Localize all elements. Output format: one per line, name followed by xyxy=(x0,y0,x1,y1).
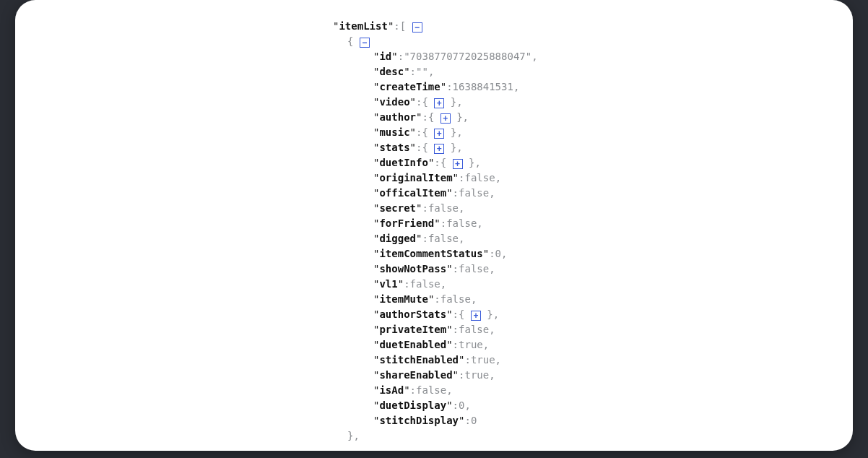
value-originalItem: false xyxy=(464,172,495,183)
value-stitchEnabled: true xyxy=(471,354,495,366)
value-shareEnabled: true xyxy=(464,369,489,381)
json-row: "author":{ + }, xyxy=(44,110,824,125)
key-desc: desc xyxy=(379,66,404,77)
json-row: "itemCommentStatus":0, xyxy=(44,246,824,262)
expand-icon[interactable]: + xyxy=(471,311,481,321)
key-officalItem: officalItem xyxy=(379,187,446,199)
value-privateItem: false xyxy=(459,324,489,335)
value-forFriend: false xyxy=(446,217,477,229)
expand-icon[interactable]: + xyxy=(434,144,444,154)
json-row: "showNotPass":false, xyxy=(44,262,824,277)
json-row: "duetInfo":{ + }, xyxy=(44,155,824,170)
value-digged: false xyxy=(428,233,459,244)
json-object-open: { − xyxy=(44,34,824,49)
json-row: "secret":false, xyxy=(44,201,824,216)
json-row: "forFriend":false, xyxy=(44,216,824,231)
value-secret: false xyxy=(428,202,459,214)
key-forFriend: forFriend xyxy=(379,217,434,229)
json-row: "duetDisplay":0, xyxy=(44,398,824,413)
value-duetEnabled: true xyxy=(459,339,483,350)
json-row: "duetEnabled":true, xyxy=(44,337,824,353)
json-row: "stitchEnabled":true, xyxy=(44,353,824,368)
key-author: author xyxy=(379,111,416,123)
collapse-icon[interactable]: − xyxy=(412,22,422,33)
json-object-close: }, xyxy=(44,428,824,444)
json-row: "authorStats":{ + }, xyxy=(44,307,824,322)
json-row: "privateItem":false, xyxy=(44,322,824,337)
value-itemMute: false xyxy=(440,293,471,305)
json-row: "officalItem":false, xyxy=(44,186,824,201)
json-viewer-card: "itemList":[ − { − "id":"703877077202588… xyxy=(15,0,853,451)
key-itemMute: itemMute xyxy=(379,293,428,305)
key-secret: secret xyxy=(379,202,416,214)
json-row: "stitchDisplay":0 xyxy=(44,413,824,428)
key-stats: stats xyxy=(379,142,409,153)
value-officalItem: false xyxy=(459,187,489,199)
json-row: "desc":"", xyxy=(44,64,824,79)
json-row: "vl1":false, xyxy=(44,277,824,292)
json-row: "createTime":1638841531, xyxy=(44,79,824,95)
json-row: "video":{ + }, xyxy=(44,95,824,110)
key-originalItem: originalItem xyxy=(379,172,452,183)
key-vl1: vl1 xyxy=(379,278,397,290)
expand-icon[interactable]: + xyxy=(453,159,463,169)
key-itemList: itemList xyxy=(339,20,387,32)
expand-icon[interactable]: + xyxy=(440,113,451,124)
key-stitchDisplay: stitchDisplay xyxy=(379,415,459,426)
json-row: "stats":{ + }, xyxy=(44,140,824,155)
json-row: "itemMute":false, xyxy=(44,292,824,307)
key-duetInfo: duetInfo xyxy=(379,157,428,168)
key-shareEnabled: shareEnabled xyxy=(379,369,452,381)
value-id: 7038770772025888047 xyxy=(410,51,526,62)
json-row: "shareEnabled":true, xyxy=(44,368,824,383)
value-stitchDisplay: 0 xyxy=(471,415,477,426)
key-video: video xyxy=(379,96,409,108)
json-row: "id":"7038770772025888047", xyxy=(44,49,824,64)
collapse-icon[interactable]: − xyxy=(360,38,370,48)
key-digged: digged xyxy=(379,233,416,244)
json-root-line: "itemList":[ − xyxy=(44,19,824,34)
value-createTime: 1638841531 xyxy=(453,81,513,92)
key-duetEnabled: duetEnabled xyxy=(379,339,446,350)
key-privateItem: privateItem xyxy=(379,324,446,335)
expand-icon[interactable]: + xyxy=(434,98,444,108)
expand-icon[interactable]: + xyxy=(434,129,444,139)
key-authorStats: authorStats xyxy=(379,308,446,320)
value-showNotPass: false xyxy=(459,263,489,275)
value-itemCommentStatus: 0 xyxy=(495,248,501,259)
key-isAd: isAd xyxy=(379,384,404,396)
key-id: id xyxy=(379,51,391,62)
json-row: "originalItem":false, xyxy=(44,170,824,186)
json-row: "isAd":false, xyxy=(44,383,824,398)
value-isAd: false xyxy=(416,384,446,396)
value-vl1: false xyxy=(410,278,440,290)
json-row: "digged":false, xyxy=(44,231,824,246)
key-duetDisplay: duetDisplay xyxy=(379,399,446,411)
json-row: "music":{ + }, xyxy=(44,125,824,140)
key-showNotPass: showNotPass xyxy=(379,263,446,275)
key-itemCommentStatus: itemCommentStatus xyxy=(379,248,482,259)
key-createTime: createTime xyxy=(379,81,440,92)
key-music: music xyxy=(379,126,409,138)
key-stitchEnabled: stitchEnabled xyxy=(379,354,459,366)
